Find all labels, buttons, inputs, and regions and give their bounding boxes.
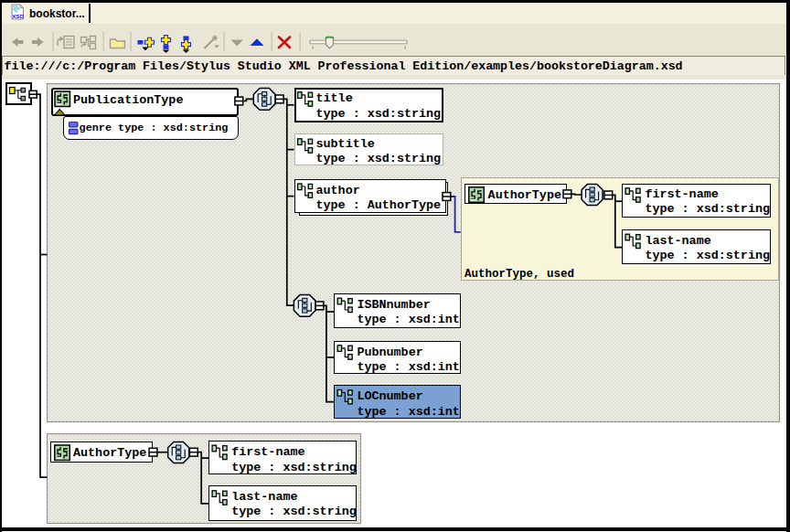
svg-text:XSD: XSD <box>12 13 24 19</box>
